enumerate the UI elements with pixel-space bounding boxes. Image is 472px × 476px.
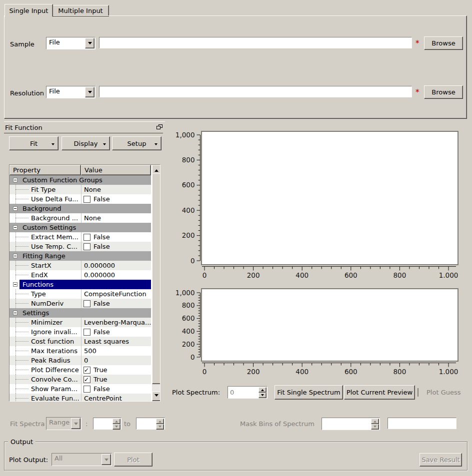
column-header-property[interactable]: Property (10, 165, 81, 175)
property-group-row[interactable]: Custom Function Groups (10, 175, 151, 185)
value-checkbox[interactable] (84, 234, 90, 241)
tree-branch (16, 199, 28, 199)
property-row[interactable]: Use Delta Fu...False (10, 194, 151, 204)
fit-spectra-from-value[interactable] (94, 419, 113, 429)
fit-property-table[interactable]: Property Value Custom Function GroupsFit… (9, 164, 160, 402)
property-value[interactable]: 0.000000 (84, 261, 115, 270)
input-tab-pane (4, 15, 467, 119)
property-row[interactable]: Fit TypeNone (10, 185, 151, 194)
plot-spectrum-spinbox[interactable] (228, 386, 268, 399)
dock-float-icon[interactable] (156, 124, 162, 130)
sample-combo-dropdown-button[interactable] (85, 38, 94, 48)
property-group-row[interactable]: Background (10, 204, 151, 213)
plot-guess-checkbox[interactable] (418, 388, 418, 397)
value-checkbox[interactable] (84, 329, 90, 336)
property-value[interactable]: 0 (84, 356, 88, 365)
spin-down-button[interactable] (258, 393, 266, 398)
property-row[interactable]: Ignore invali...False (10, 327, 151, 337)
resolution-combo-dropdown-button[interactable] (85, 87, 94, 97)
column-header-value[interactable]: Value (81, 165, 151, 175)
property-value[interactable]: 500 (84, 346, 96, 356)
sample-file-input[interactable] (99, 37, 412, 48)
property-row[interactable]: NumDerivFalse (10, 299, 151, 308)
plot-output-combo[interactable]: All (52, 453, 112, 466)
mask-bins-ranges-input[interactable] (388, 418, 456, 429)
property-row[interactable]: Convolve Co...True (10, 375, 151, 384)
property-row[interactable]: TypeCompositeFunction (10, 289, 151, 299)
value-checkbox[interactable] (84, 243, 90, 250)
value-checkbox[interactable] (84, 196, 90, 203)
vertical-scrollbar[interactable] (152, 165, 160, 401)
spin-up-button[interactable] (258, 387, 266, 393)
fit-spectra-from-spinbox[interactable] (93, 418, 122, 430)
fit-spectra-to-spinbox[interactable] (136, 418, 165, 430)
sample-input-type-combo[interactable]: File (46, 37, 96, 49)
scrollbar-thumb[interactable] (152, 173, 160, 384)
sample-browse-button[interactable]: Browse (424, 36, 463, 50)
plot-current-preview-button[interactable]: Plot Current Preview (344, 385, 415, 400)
display-menu-button[interactable]: Display (62, 136, 110, 150)
tree-branch (16, 370, 28, 370)
collapse-icon[interactable] (13, 178, 18, 182)
resolution-file-input[interactable] (99, 86, 412, 97)
collapse-icon[interactable] (13, 225, 18, 230)
property-row[interactable]: Evaluate Fun...CentrePoint (10, 394, 151, 401)
preview-plot-top[interactable]: 02004006008001,00002004006008001.000 (170, 128, 470, 281)
collapse-icon[interactable] (13, 282, 18, 287)
property-row[interactable]: Use Temp. C...False (10, 242, 151, 251)
collapse-icon[interactable] (13, 206, 18, 211)
save-result-button[interactable]: Save Result (420, 453, 462, 467)
mask-bins-spectrum-spinbox[interactable] (322, 418, 380, 430)
property-row[interactable]: Show Param...False (10, 384, 151, 394)
property-value[interactable]: CompositeFunction (84, 289, 146, 299)
property-value[interactable]: CentrePoint (84, 394, 122, 401)
value-checkbox[interactable] (84, 386, 90, 393)
property-value[interactable]: None (84, 213, 101, 223)
plot-spectrum-value[interactable] (229, 387, 259, 398)
dock-separator-bottom (4, 133, 163, 133)
tree-branch (16, 265, 28, 266)
property-label: Peak Radius (31, 356, 70, 365)
plot-button[interactable]: Plot (114, 453, 152, 467)
property-row[interactable]: Background ...None (10, 213, 151, 223)
fit-spectra-to-value[interactable] (138, 419, 156, 429)
property-value[interactable]: 0.000000 (84, 270, 115, 280)
value-checkbox[interactable] (84, 300, 90, 307)
property-group-row[interactable]: Fitting Range (10, 251, 151, 261)
tab-multiple-input[interactable]: Multiple Input (52, 5, 109, 16)
mask-bins-spectrum-value[interactable] (323, 419, 372, 429)
property-row[interactable]: MinimizerLevenberg-Marqua... (10, 318, 151, 327)
resolution-browse-button[interactable]: Browse (424, 85, 463, 99)
value-checkbox[interactable] (84, 367, 90, 374)
property-row[interactable]: Plot DifferenceTrue (10, 365, 151, 375)
collapse-icon[interactable] (13, 311, 18, 315)
preview-plot-bottom[interactable]: 02004006008001,00002004006008001.000 (170, 283, 470, 381)
svg-text:0: 0 (190, 353, 195, 361)
property-row[interactable]: Peak Radius0 (10, 356, 151, 365)
collapse-icon[interactable] (13, 254, 18, 258)
fit-menu-button[interactable]: Fit (9, 136, 58, 150)
property-value[interactable]: None (84, 185, 101, 194)
property-value[interactable]: Least squares (84, 337, 129, 346)
property-group-row[interactable]: Settings (10, 308, 151, 318)
property-row[interactable]: StartX0.000000 (10, 261, 151, 270)
scroll-down-button[interactable] (152, 392, 160, 401)
property-row[interactable]: EndX0.000000 (10, 270, 151, 280)
resolution-combo-value: File (49, 87, 60, 95)
fit-single-spectrum-button[interactable]: Fit Single Spectrum (274, 385, 343, 400)
property-row[interactable]: Max Iterations500 (10, 346, 151, 356)
property-value: False (94, 242, 110, 251)
tab-single-input[interactable]: Single Input (4, 4, 53, 17)
resolution-input-type-combo[interactable]: File (46, 86, 96, 98)
fit-spectra-mode-combo[interactable]: Range (46, 417, 82, 430)
property-row[interactable]: Extract Mem...False (10, 232, 151, 242)
property-group-row[interactable]: Functions (10, 280, 151, 289)
value-checkbox[interactable] (84, 376, 90, 383)
property-group-row[interactable]: Custom Settings (10, 223, 151, 232)
property-value[interactable]: Levenberg-Marqua... (84, 318, 151, 327)
svg-text:1,000: 1,000 (176, 131, 195, 139)
property-row[interactable]: Cost functionLeast squares (10, 337, 151, 346)
svg-text:600: 600 (182, 314, 195, 322)
property-label: Max Iterations (31, 346, 78, 356)
setup-menu-button[interactable]: Setup (112, 136, 162, 150)
